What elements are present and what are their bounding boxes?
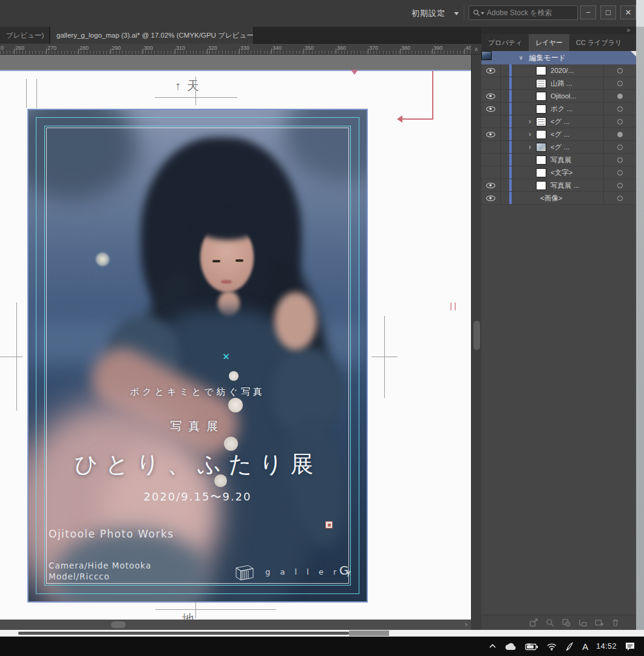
- layers-edit-mode-header[interactable]: ∨ 編集モード: [481, 51, 636, 64]
- document-tab-label: gallery_g_logo_map (3).ai* @ 17.02% (CMY…: [56, 31, 254, 40]
- visibility-toggle[interactable]: [481, 179, 501, 191]
- target-circle-icon: [617, 170, 623, 176]
- delete-layer-icon[interactable]: [611, 618, 620, 627]
- target-circle-icon: [617, 81, 623, 86]
- layer-target-cell[interactable]: [603, 77, 636, 89]
- layer-target-cell[interactable]: [603, 128, 636, 140]
- make-clipping-mask-icon[interactable]: [561, 618, 571, 627]
- vertical-scrollbar[interactable]: [471, 55, 481, 620]
- visibility-toggle[interactable]: [481, 192, 501, 204]
- background-window-content: [349, 630, 389, 636]
- layer-target-cell[interactable]: [603, 192, 636, 204]
- visibility-toggle[interactable]: [481, 166, 501, 179]
- layer-row[interactable]: <画像>: [481, 192, 636, 205]
- expand-chevron-icon[interactable]: ›: [512, 141, 536, 154]
- visibility-toggle[interactable]: [481, 64, 501, 77]
- layer-row-gap: [501, 64, 509, 77]
- layer-row[interactable]: Ojitool...: [481, 90, 636, 103]
- layer-row[interactable]: 写真展: [481, 154, 636, 166]
- document-tab-label: プレビュー): [6, 31, 44, 40]
- panel-expand-strip[interactable]: »: [481, 27, 636, 34]
- vertical-scroll-thumb[interactable]: [473, 321, 480, 350]
- layer-name: 写真展: [546, 155, 603, 165]
- layer-name: ボク ...: [546, 104, 603, 114]
- pen-input-icon[interactable]: [565, 642, 574, 651]
- maximize-button[interactable]: □: [600, 5, 616, 19]
- layer-name: 2020/...: [546, 67, 603, 74]
- collect-for-export-icon[interactable]: [529, 618, 538, 627]
- layer-row[interactable]: <文字>: [481, 166, 636, 179]
- tab-properties[interactable]: プロパティ: [481, 34, 529, 51]
- expand-chevron-icon[interactable]: ›: [512, 115, 536, 128]
- layer-row-gap: [501, 115, 509, 128]
- photo-eye-right: [236, 259, 243, 262]
- ruler-label: 360: [337, 45, 346, 51]
- stock-search-box[interactable]: [469, 5, 578, 20]
- scroll-right-arrow[interactable]: ›: [465, 620, 467, 630]
- layer-row[interactable]: ›<グ ...: [481, 141, 636, 154]
- visibility-toggle[interactable]: [481, 128, 501, 140]
- layer-row[interactable]: 写真展 ...: [481, 179, 636, 192]
- layer-color-bar: [509, 166, 512, 179]
- notification-center-icon[interactable]: [625, 641, 636, 651]
- scroll-up-arrow[interactable]: ∧: [471, 44, 481, 55]
- wifi-icon[interactable]: [546, 643, 557, 651]
- onedrive-cloud-icon[interactable]: [504, 642, 517, 651]
- layer-target-cell[interactable]: [603, 90, 636, 102]
- clock[interactable]: 14:52: [596, 642, 617, 651]
- expand-chevron-icon[interactable]: ›: [512, 128, 536, 141]
- document-tab[interactable]: プレビュー) ×: [0, 27, 50, 44]
- document-tab-active[interactable]: gallery_g_logo_map (3).ai* @ 17.02% (CMY…: [50, 27, 254, 44]
- visibility-toggle[interactable]: [481, 154, 501, 166]
- layer-row[interactable]: ›<グ ...: [481, 115, 636, 128]
- minimize-button[interactable]: −: [580, 5, 596, 19]
- layer-target-cell[interactable]: [603, 64, 636, 77]
- ruler-major-tick: [432, 49, 433, 54]
- horizontal-scrollbar[interactable]: ›: [0, 620, 471, 630]
- layer-row[interactable]: ボク ...: [481, 103, 636, 115]
- layer-thumbnail: [536, 79, 546, 88]
- locate-object-icon[interactable]: [545, 618, 555, 627]
- new-layer-icon[interactable]: [594, 618, 604, 627]
- layer-target-cell[interactable]: [603, 115, 636, 128]
- layer-row[interactable]: 2020/...: [481, 64, 636, 77]
- workspace-preset-dropdown[interactable]: 初期設定: [412, 8, 446, 19]
- gallery-logo: g a l l e r y: [232, 562, 354, 581]
- illustrator-window: 初期設定 − □ ✕ プレビュー) ×: [0, 0, 636, 630]
- tab-cc-libraries[interactable]: CC ライブラリ: [569, 34, 628, 51]
- visibility-toggle[interactable]: [481, 141, 501, 153]
- target-circle-icon: [617, 68, 623, 73]
- crop-mark: [155, 97, 237, 98]
- gallery-cube-icon: [232, 562, 257, 581]
- horizontal-scroll-thumb[interactable]: [111, 621, 126, 628]
- layer-target-cell[interactable]: [603, 154, 636, 166]
- visibility-toggle[interactable]: [481, 103, 501, 115]
- close-tab-icon[interactable]: ×: [49, 31, 50, 39]
- layer-target-cell[interactable]: [603, 141, 636, 153]
- panel-menu-icon[interactable]: ≡: [628, 34, 636, 51]
- layer-name: <画像>: [536, 194, 603, 203]
- photo-bokeh-light: [95, 252, 110, 267]
- close-button[interactable]: ✕: [620, 5, 636, 19]
- layer-target-cell[interactable]: [603, 166, 636, 179]
- layer-row[interactable]: 山路 ...: [481, 77, 636, 90]
- layer-row[interactable]: ›<グ ...: [481, 128, 636, 141]
- tray-expand-chevron-icon[interactable]: [489, 643, 497, 649]
- new-sublayer-icon[interactable]: [578, 618, 588, 627]
- visibility-toggle[interactable]: [481, 90, 501, 102]
- layer-row-gap: [501, 103, 509, 115]
- poster-artwork[interactable]: ボクとキミとで紡ぐ写真 写真展 ひとり、ふたり展 2020/9.15〜9.20 …: [29, 110, 367, 601]
- ruler-label: 370: [369, 45, 378, 51]
- annotation-arrow-line: [402, 118, 433, 120]
- artboard-canvas[interactable]: ↑天 地: [0, 55, 471, 620]
- annotation-arrow-line: [432, 71, 433, 119]
- battery-icon[interactable]: [525, 643, 538, 651]
- visibility-toggle[interactable]: [481, 77, 501, 89]
- ime-mode-indicator[interactable]: A: [582, 641, 588, 652]
- layer-row-gap: [501, 128, 509, 140]
- tab-layers[interactable]: レイヤー: [529, 34, 569, 51]
- visibility-toggle[interactable]: [481, 115, 501, 128]
- layer-target-cell[interactable]: [603, 179, 636, 191]
- layer-target-cell[interactable]: [603, 103, 636, 115]
- search-input[interactable]: [487, 9, 574, 17]
